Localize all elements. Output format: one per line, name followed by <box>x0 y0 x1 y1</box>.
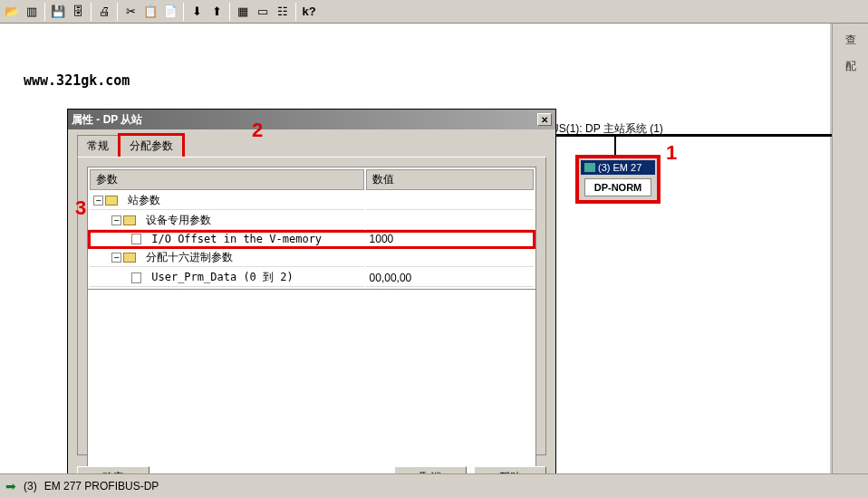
side-tab-config[interactable]: 配 <box>833 53 868 80</box>
item1-value[interactable]: 1000 <box>366 232 534 247</box>
item1-label: I/O Offset in the V-memory <box>151 233 322 245</box>
tab-panel: 参数 数值 − 站参数 − 设备专用参数 I/O Offset in the V… <box>77 157 546 455</box>
annotation-3: 3 <box>75 196 86 220</box>
param-icon <box>131 272 141 283</box>
tab-assign-params[interactable]: 分配参数 <box>118 133 185 157</box>
station-icon[interactable]: ▥ <box>22 2 42 22</box>
help-icon[interactable]: k? <box>299 2 319 22</box>
status-selection-addr: (3) <box>24 480 37 492</box>
item2-value[interactable]: 00,00,00 <box>366 269 534 287</box>
station-header: (3) EM 27 <box>581 160 655 175</box>
watermark-text: www.321gk.com <box>24 72 130 89</box>
dp-slave-properties-dialog: 属性 - DP 从站 ✕ 常规 分配参数 2 参数 数值 − 站参数 − 设备专… <box>67 109 556 497</box>
status-selection-name: EM 277 PROFIBUS-DP <box>44 480 159 492</box>
station-icon <box>584 163 595 172</box>
collapse-icon[interactable]: − <box>111 215 121 225</box>
hardware-config-canvas: www.321gk.com BUS(1): DP 主站系统 (1) (3) EM… <box>0 24 832 473</box>
catalog-icon[interactable]: ☷ <box>273 2 293 22</box>
side-tab-find[interactable]: 查 <box>833 27 868 53</box>
folder-icon <box>105 196 118 205</box>
collapse-icon[interactable]: − <box>93 196 103 205</box>
close-icon[interactable]: ✕ <box>537 113 552 126</box>
tree-group2-row[interactable]: − 分配十六进制参数 <box>90 249 534 267</box>
item2-label: User_Prm_Data (0 到 2) <box>151 270 294 285</box>
dialog-title: 属性 - DP 从站 <box>72 112 142 128</box>
station-name: EM 27 <box>612 162 641 173</box>
download-icon[interactable]: ⬇ <box>187 2 207 22</box>
right-side-strip: 查 配 <box>832 24 868 473</box>
status-arrow-icon: ➡ <box>5 479 16 493</box>
group1-label: 设备专用参数 <box>146 213 211 228</box>
upload-icon[interactable]: ⬆ <box>207 2 227 22</box>
dp-slave-station[interactable]: (3) EM 27 DP-NORM <box>575 155 661 204</box>
root-label: 站参数 <box>128 193 160 208</box>
paste-icon[interactable]: 📄 <box>160 2 180 22</box>
parameter-table: 参数 数值 − 站参数 − 设备专用参数 I/O Offset in the V… <box>87 167 536 290</box>
collapse-icon[interactable]: − <box>111 253 121 263</box>
table-empty-area <box>87 290 536 496</box>
saveall-icon[interactable]: 🗄 <box>68 2 88 22</box>
station-status: DP-NORM <box>584 178 651 196</box>
col-parameter: 参数 <box>90 169 364 190</box>
dialog-tabstrip: 常规 分配参数 <box>77 137 546 157</box>
tree-group1-row[interactable]: − 设备专用参数 <box>90 212 534 230</box>
tab-general[interactable]: 常规 <box>77 135 119 157</box>
station-addr: (3) <box>598 162 610 173</box>
print-icon[interactable]: 🖨 <box>94 2 114 22</box>
col-value: 数值 <box>366 169 534 190</box>
status-bar: ➡ (3) EM 277 PROFIBUS-DP <box>0 473 868 497</box>
dialog-titlebar[interactable]: 属性 - DP 从站 ✕ <box>68 110 555 129</box>
tree-item2-row[interactable]: User_Prm_Data (0 到 2) 00,00,00 <box>90 269 534 287</box>
tree-item1-row[interactable]: I/O Offset in the V-memory 1000 <box>90 232 534 247</box>
group2-label: 分配十六进制参数 <box>146 250 233 265</box>
folder-icon <box>123 215 136 225</box>
open-icon[interactable]: 📂 <box>2 2 22 22</box>
network-icon[interactable]: ▭ <box>253 2 273 22</box>
annotation-2: 2 <box>252 119 263 142</box>
param-icon <box>131 234 141 244</box>
copy-icon[interactable]: 📋 <box>140 2 160 22</box>
main-toolbar: 📂 ▥ 💾 🗄 🖨 ✂ 📋 📄 ⬇ ⬆ ▦ ▭ ☷ k? <box>0 0 868 24</box>
save-icon[interactable]: 💾 <box>48 2 68 22</box>
tree-root-row[interactable]: − 站参数 <box>90 192 534 210</box>
annotation-1: 1 <box>666 141 677 165</box>
module-icon[interactable]: ▦ <box>233 2 253 22</box>
folder-icon <box>123 253 136 263</box>
cut-icon[interactable]: ✂ <box>121 2 140 22</box>
